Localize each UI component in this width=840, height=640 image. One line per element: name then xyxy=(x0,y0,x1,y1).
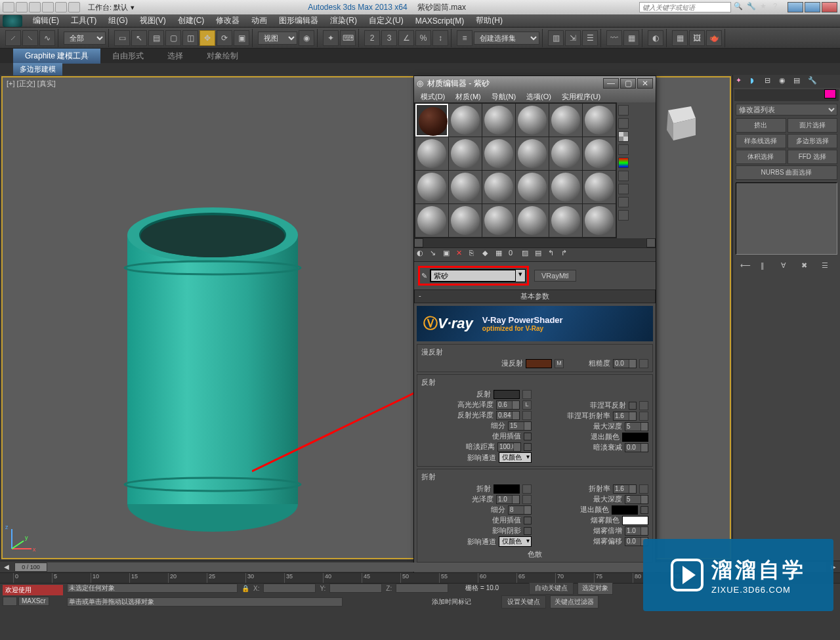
material-slot[interactable] xyxy=(482,104,515,137)
affect-shadows-checkbox[interactable] xyxy=(524,527,532,535)
dim-distance-spinner[interactable]: 100.0 xyxy=(497,442,521,452)
go-parent-icon[interactable]: ↰ xyxy=(548,249,560,261)
star-icon[interactable]: ★ xyxy=(760,2,770,12)
manip-icon[interactable]: ✦ xyxy=(323,30,339,46)
schematic-icon[interactable]: ▦ xyxy=(623,30,639,46)
make-preview-icon[interactable] xyxy=(618,171,629,181)
l-button[interactable]: L xyxy=(522,400,532,410)
refract-interp-checkbox[interactable] xyxy=(524,517,532,524)
material-slot[interactable] xyxy=(449,137,482,170)
show-end-icon[interactable]: ▤ xyxy=(535,249,547,261)
snap-angle-icon[interactable]: ∠ xyxy=(398,30,414,46)
material-slot[interactable] xyxy=(449,204,482,237)
diffuse-map-button[interactable]: M xyxy=(555,359,564,368)
qat-btn[interactable] xyxy=(55,2,67,12)
script-toggle-icon[interactable] xyxy=(3,597,17,606)
menu-render[interactable]: 渲染(R) xyxy=(325,14,362,28)
coord-y[interactable] xyxy=(329,584,382,593)
roughness-spinner[interactable]: 0.0 xyxy=(613,359,637,368)
ribbon-tab-paint[interactable]: 对象绘制 xyxy=(195,49,250,64)
bind-icon[interactable]: ∿ xyxy=(39,30,55,46)
remove-mod-icon[interactable]: ✖ xyxy=(801,261,813,273)
unlink-icon[interactable]: ⟍ xyxy=(22,30,38,46)
material-slot[interactable] xyxy=(583,137,616,170)
ribbon-tab-freeform[interactable]: 自由形式 xyxy=(100,49,156,64)
rp-btn[interactable]: 体积选择 xyxy=(736,150,786,164)
material-slot[interactable] xyxy=(415,171,448,203)
select-icon[interactable]: ▭ xyxy=(114,30,130,46)
fog-mult-spinner[interactable]: 1.0 xyxy=(625,526,648,536)
material-slot[interactable] xyxy=(583,171,616,203)
rollout-basic-params[interactable]: - 基本参数 xyxy=(414,289,656,303)
sample-scrollbar[interactable] xyxy=(414,238,656,247)
render-frame-icon[interactable]: 🖼 xyxy=(689,30,705,46)
make-copy-icon[interactable]: ⎘ xyxy=(469,249,481,261)
close-button[interactable]: ✕ xyxy=(637,78,653,89)
selected-filter[interactable]: 选定对象 xyxy=(578,582,613,595)
fog-color-swatch[interactable] xyxy=(622,516,648,525)
material-slot[interactable] xyxy=(516,171,549,203)
layer-icon[interactable]: ☰ xyxy=(582,30,598,46)
workspace-selector[interactable]: 工作台: 默认 xyxy=(88,3,128,12)
keyboard-icon[interactable]: ⌨ xyxy=(340,30,356,46)
material-slot[interactable] xyxy=(449,171,482,203)
utility-tab-icon[interactable]: 🔧 xyxy=(808,76,818,87)
qat-btn[interactable] xyxy=(68,2,80,12)
refract-swatch[interactable] xyxy=(494,484,520,494)
menu-maxscript[interactable]: MAXScript(M) xyxy=(410,15,470,27)
reflect-map-button[interactable] xyxy=(522,390,532,399)
roughness-map-button[interactable] xyxy=(639,359,648,368)
motion-tab-icon[interactable]: ◉ xyxy=(779,76,789,87)
reflect-exit-swatch[interactable] xyxy=(622,433,648,442)
autokey-button[interactable]: 自动关键点 xyxy=(529,582,574,595)
material-slot[interactable] xyxy=(549,204,582,237)
dropdown-arrow-icon[interactable]: ▾ xyxy=(516,270,525,282)
maxscript-label[interactable]: MAXScr xyxy=(18,597,49,606)
modifier-stack[interactable] xyxy=(736,182,837,255)
qat-btn[interactable] xyxy=(29,2,41,12)
maximize-button[interactable] xyxy=(805,2,820,12)
show-map-icon[interactable]: ▨ xyxy=(522,249,534,261)
dim-falloff-spinner[interactable]: 0.0 xyxy=(625,443,648,452)
create-tab-icon[interactable]: ✦ xyxy=(736,76,746,87)
uv-tiling-icon[interactable] xyxy=(618,144,629,155)
backlight-icon[interactable] xyxy=(618,118,629,129)
curve-editor-icon[interactable]: 〰 xyxy=(606,30,622,46)
search-icon[interactable]: 🔍 xyxy=(734,2,744,12)
menu-create[interactable]: 创建(C) xyxy=(173,14,210,28)
reset-icon[interactable]: ✕ xyxy=(456,249,468,261)
assign-icon[interactable]: ▣ xyxy=(443,249,455,261)
menu-modifiers[interactable]: 修改器 xyxy=(211,14,245,28)
hierarchy-tab-icon[interactable]: ⊟ xyxy=(765,76,775,87)
options-icon[interactable] xyxy=(618,184,629,194)
material-slot[interactable] xyxy=(482,171,515,203)
qat-btn[interactable] xyxy=(3,2,14,12)
menu-views[interactable]: 视图(V) xyxy=(135,14,171,28)
reflect-gloss-spinner[interactable]: 0.84 xyxy=(496,411,520,420)
ribbon-tab-graphite[interactable]: Graphite 建模工具 xyxy=(13,49,100,64)
make-unique-icon[interactable]: ∀ xyxy=(781,261,793,273)
render-setup-icon[interactable]: ▦ xyxy=(672,30,688,46)
material-slot-1[interactable] xyxy=(415,104,448,137)
ior-spinner[interactable]: 1.6 xyxy=(613,484,637,494)
key-filter-button[interactable]: 关键点过滤器 xyxy=(550,595,598,608)
hilight-gloss-spinner[interactable]: 0.6 xyxy=(496,400,520,410)
window-crossing-icon[interactable]: ◫ xyxy=(182,30,198,46)
display-tab-icon[interactable]: ▤ xyxy=(793,76,804,87)
modifier-list-dropdown[interactable]: 修改器列表 xyxy=(736,104,837,116)
maximize-button[interactable]: ▢ xyxy=(620,78,636,89)
ribbon-tab-selection[interactable]: 选择 xyxy=(156,49,195,64)
video-check-icon[interactable] xyxy=(618,158,629,168)
reflect-subdiv-spinner[interactable]: 15 xyxy=(508,421,532,431)
fresnel-checkbox[interactable] xyxy=(629,402,637,410)
mat-menu-mode[interactable]: 模式(D) xyxy=(417,92,449,102)
close-button[interactable] xyxy=(822,2,837,12)
welcome-button[interactable]: 欢迎使用 xyxy=(3,585,63,595)
coord-z[interactable] xyxy=(396,584,448,593)
mat-menu-utilities[interactable]: 实用程序(U) xyxy=(558,92,604,102)
diffuse-color-swatch[interactable] xyxy=(526,359,552,368)
reflect-maxdepth-spinner[interactable]: 5 xyxy=(625,422,648,431)
move-icon[interactable]: ✥ xyxy=(200,30,215,46)
material-slot[interactable] xyxy=(449,104,482,137)
setkey-button[interactable]: 设置关键点 xyxy=(501,595,546,608)
